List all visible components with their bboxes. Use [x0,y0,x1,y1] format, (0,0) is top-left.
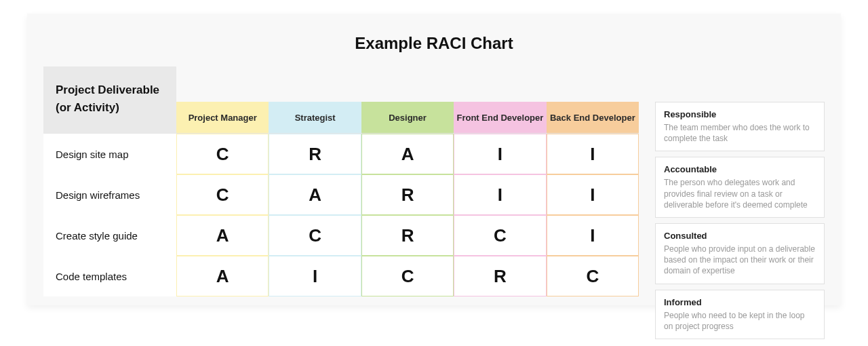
raci-cell: A [176,256,269,296]
matrix-body: Design site map C R A I I Design wirefra… [43,134,639,296]
row-dimension-label: Project Deliverable (or Activity) [43,66,176,133]
col-header-front-end-developer: Front End Developer [454,102,546,133]
raci-cell: C [269,215,361,256]
raci-cell: R [361,215,454,256]
column-headers: Project Manager Strategist Designer Fron… [176,66,639,133]
legend-term: Informed [664,297,816,307]
row-label: Code templates [43,256,176,296]
legend-term: Accountable [664,164,816,174]
raci-cell: C [361,256,454,296]
raci-cell: R [454,256,546,296]
chart-title: Example RACI Chart [43,34,825,53]
legend-desc: The team member who does the work to com… [664,122,816,144]
legend-card-informed: Informed People who need to be kept in t… [655,290,825,339]
col-header-designer: Designer [361,102,454,133]
legend-term: Consulted [664,231,816,241]
raci-matrix: Project Deliverable (or Activity) Projec… [43,66,639,339]
raci-cell: A [361,134,454,174]
legend-card-consulted: Consulted People who provide input on a … [655,223,825,284]
table-row: Design site map C R A I I [43,134,639,174]
raci-cell: I [454,174,546,215]
raci-cell: A [269,174,361,215]
raci-cell: I [269,256,361,296]
raci-cell: C [176,174,269,215]
raci-cell: R [269,134,361,174]
legend-desc: The person who delegates work and provid… [664,177,816,210]
matrix-header-row: Project Deliverable (or Activity) Projec… [43,66,639,134]
table-row: Code templates A I C R C [43,256,639,296]
legend-card-accountable: Accountable The person who delegates wor… [655,157,825,218]
legend-desc: People who need to be kept in the loop o… [664,310,816,332]
raci-cell: I [454,134,546,174]
chart-content: Project Deliverable (or Activity) Projec… [43,66,825,339]
row-label: Design wireframes [43,174,176,215]
raci-cell: C [176,134,269,174]
legend-desc: People who provide input on a deliverabl… [664,244,816,277]
raci-cell: I [547,134,639,174]
raci-chart-panel: Example RACI Chart Project Deliverable (… [27,14,841,305]
raci-cell: C [547,256,639,296]
table-row: Design wireframes C A R I I [43,174,639,215]
col-header-back-end-developer: Back End Developer [547,102,639,133]
col-header-project-manager: Project Manager [176,102,269,133]
row-label: Create style guide [43,215,176,256]
table-row: Create style guide A C R C I [43,215,639,256]
legend-card-responsible: Responsible The team member who does the… [655,102,825,151]
raci-cell: R [361,174,454,215]
raci-cell: I [547,215,639,256]
raci-cell: I [547,174,639,215]
raci-legend: Responsible The team member who does the… [655,66,825,339]
raci-cell: A [176,215,269,256]
legend-term: Responsible [664,109,816,119]
col-header-strategist: Strategist [269,102,361,133]
row-label: Design site map [43,134,176,174]
raci-cell: C [454,215,546,256]
